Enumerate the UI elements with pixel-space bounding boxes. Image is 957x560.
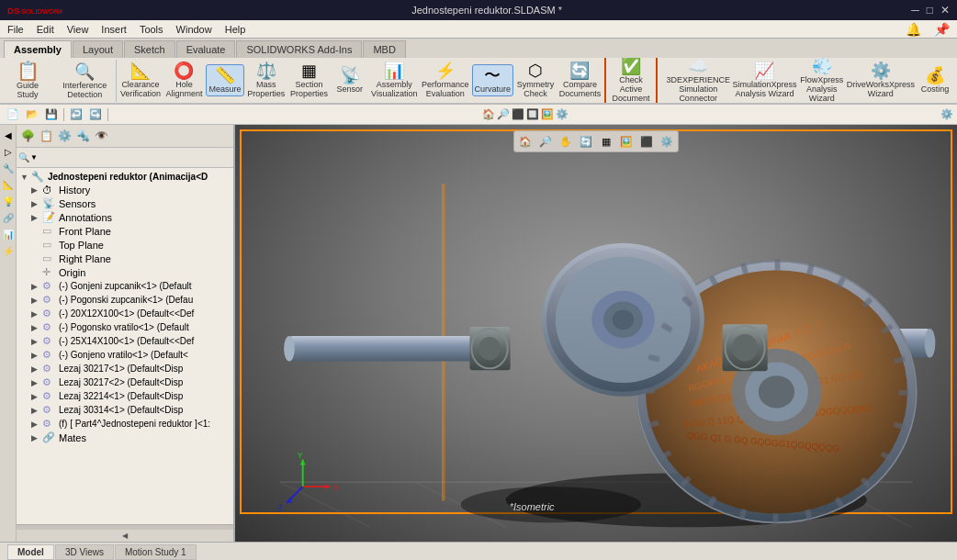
menu-insert[interactable]: Insert xyxy=(96,22,132,37)
tree-top-plane[interactable]: ▭ Top Plane xyxy=(18,238,231,252)
tree-gonjeni-zup[interactable]: ▶ ⚙ (-) Gonjeni zupcanik<1> (Default xyxy=(18,279,231,293)
strip-icon-3[interactable]: 🔧 xyxy=(1,161,16,175)
view-btn-3[interactable]: ⬛ xyxy=(512,108,524,120)
vt-render[interactable]: ⬛ xyxy=(637,133,656,150)
tree-right-plane[interactable]: ▭ Right Plane xyxy=(18,252,231,265)
btn-compare[interactable]: 🔄 CompareDocuments xyxy=(557,61,602,100)
view-btn-4[interactable]: 🔲 xyxy=(526,108,539,120)
strip-icon-7[interactable]: 📊 xyxy=(1,227,16,241)
expand-arrow[interactable]: ◀ xyxy=(122,532,128,540)
btn-costing[interactable]: 💰 Costing xyxy=(917,65,953,95)
document-title: Jednostepeni reduktor.SLDASM * xyxy=(411,5,562,16)
strip-icon-2[interactable]: ▷ xyxy=(1,144,16,159)
tab-sketch[interactable]: Sketch xyxy=(124,40,175,58)
view-btn-6[interactable]: ⚙️ xyxy=(556,108,569,120)
vt-zoom[interactable]: 🔎 xyxy=(536,133,555,150)
btn-guide-study[interactable]: 📋 Guide Study xyxy=(4,60,51,101)
tree-lezaj-32214[interactable]: ▶ ⚙ Lezaj 32214<1> (Default<Disp xyxy=(18,389,231,403)
tab-layout[interactable]: Layout xyxy=(73,40,123,58)
view-btn-1[interactable]: 🏠 xyxy=(482,108,495,120)
sidebar-icon-feature[interactable]: 🌳 xyxy=(18,127,37,145)
symmetry-icon: ⬡ xyxy=(528,62,543,79)
tab-model[interactable]: Model xyxy=(7,544,54,560)
strip-icon-1[interactable]: ◀ xyxy=(1,128,16,142)
tab-evaluate[interactable]: Evaluate xyxy=(176,40,236,58)
toolbar-undo[interactable]: ↩️ xyxy=(67,107,85,121)
tree-part4[interactable]: ▶ ⚙ (f) [ Part4^Jednostepeni reduktor ]<… xyxy=(18,417,231,431)
status-tab-group: Model 3D Views Motion Study 1 xyxy=(7,544,197,560)
toolbar-new[interactable]: 📄 xyxy=(4,107,22,121)
btn-assembly-viz[interactable]: 📊 AssemblyVisualization xyxy=(370,61,419,100)
tab-3dviews[interactable]: 3D Views xyxy=(55,544,114,560)
menu-help[interactable]: Help xyxy=(220,22,252,37)
tab-mbd[interactable]: MBD xyxy=(363,40,405,58)
btn-sensor[interactable]: 📡 Sensor xyxy=(332,65,368,95)
btn-driveworks[interactable]: ⚙️ DriveWorksXpressWizard xyxy=(847,61,915,100)
sidebar-icon-config[interactable]: ⚙️ xyxy=(55,127,73,145)
toolbar-open[interactable]: 📂 xyxy=(23,107,41,121)
tree-gonjeno-vr[interactable]: ▶ ⚙ (-) Gonjeno vratilo<1> (Default< xyxy=(18,348,231,362)
sidebar-filter-icon[interactable]: 🔍 xyxy=(18,152,29,162)
strip-icon-4[interactable]: 📐 xyxy=(1,177,16,192)
sidebar-filter-arrow[interactable]: ▼ xyxy=(30,153,38,162)
strip-icon-8[interactable]: ⚡ xyxy=(1,243,16,258)
toolbar-icon-1[interactable]: 🔔 xyxy=(900,20,927,39)
btn-flowxpress[interactable]: 💨 FlowXpressAnalysisWizard xyxy=(799,58,845,103)
menu-edit[interactable]: Edit xyxy=(31,22,60,37)
tree-lezaj-30217[interactable]: ▶ ⚙ Lezaj 30217<1> (Default<Disp xyxy=(18,362,231,375)
settings-icon[interactable]: ⚙️ xyxy=(940,108,953,120)
sidebar-icon-property[interactable]: 📋 xyxy=(37,127,55,145)
btn-simxpress[interactable]: 📈 SimulationXpressAnalysis Wizard xyxy=(732,61,797,100)
tree-front-plane[interactable]: ▭ Front Plane xyxy=(18,224,231,238)
view-btn-5[interactable]: 🖼️ xyxy=(541,108,554,120)
btn-section[interactable]: ▦ SectionProperties xyxy=(288,61,330,100)
tree-lezaj-30314[interactable]: ▶ ⚙ Lezaj 30314<1> (Default<Disp xyxy=(18,403,231,417)
sidebar-icon-row: 🌳 📋 ⚙️ 🔩 👁️ xyxy=(17,125,233,148)
btn-check-active[interactable]: ✅ Check ActiveDocument xyxy=(604,58,658,103)
vt-pan[interactable]: ✋ xyxy=(557,133,575,150)
tree-history[interactable]: ▶ ⏱ History xyxy=(18,184,231,196)
vt-settings[interactable]: ⚙️ xyxy=(658,133,676,150)
toolbar-redo[interactable]: ↪️ xyxy=(86,107,105,121)
btn-clearance[interactable]: 📐 ClearanceVerification xyxy=(118,61,162,100)
tab-addins[interactable]: SOLIDWORKS Add-Ins xyxy=(236,40,362,58)
tree-mates[interactable]: ▶ 🔗 Mates xyxy=(18,431,231,444)
tree-sensors[interactable]: ▶ 📡 Sensors xyxy=(18,196,231,210)
btn-symmetry[interactable]: ⬡ SymmetryCheck xyxy=(515,61,556,100)
tree-annotations[interactable]: ▶ 📝 Annotations xyxy=(18,210,231,224)
sep xyxy=(63,108,64,121)
vt-rotate[interactable]: 🔄 xyxy=(577,133,595,150)
window-controls[interactable]: ─□✕ xyxy=(911,4,950,17)
tree-25x14[interactable]: ▶ ⚙ (-) 25X14X100<1> (Default<<Def xyxy=(18,334,231,348)
btn-hole[interactable]: ⭕ HoleAlignment xyxy=(164,61,205,100)
menu-file[interactable]: File xyxy=(2,22,29,37)
menu-window[interactable]: Window xyxy=(171,22,218,37)
strip-icon-6[interactable]: 🔗 xyxy=(1,210,16,225)
toolbar-icon-2[interactable]: 📌 xyxy=(929,20,955,39)
tree-pogonsko-vr[interactable]: ▶ ⚙ (-) Pogonsko vratilo<1> (Default xyxy=(18,320,231,334)
tab-assembly[interactable]: Assembly xyxy=(4,40,72,58)
btn-3dexperience[interactable]: ☁️ 3DEXPERIENCESimulationConnector xyxy=(666,58,730,103)
menu-tools[interactable]: Tools xyxy=(134,22,169,37)
btn-performance[interactable]: ⚡ PerformanceEvaluation xyxy=(421,61,470,100)
3d-viewport[interactable]: AKADEMIANE I 3INML A G ·1· RGGKGGGQ RQQQ… xyxy=(235,125,957,542)
vt-display[interactable]: 🖼️ xyxy=(617,133,636,150)
tree-lezaj-30217-2[interactable]: ▶ ⚙ Lezaj 30217<2> (Default<Disp xyxy=(18,375,231,389)
tree-root[interactable]: ▼ 🔧 Jednostepeni reduktor (Animacija<D xyxy=(18,170,231,184)
tree-pogonski-zup[interactable]: ▶ ⚙ (-) Pogonski zupcanik<1> (Defau xyxy=(18,293,231,307)
menu-view[interactable]: View xyxy=(62,22,95,37)
tree-20x12[interactable]: ▶ ⚙ (-) 20X12X100<1> (Default<<Def xyxy=(18,307,231,320)
toolbar-save[interactable]: 💾 xyxy=(42,107,61,121)
tab-motion[interactable]: Motion Study 1 xyxy=(115,544,197,560)
btn-measure[interactable]: 📏 Measure xyxy=(206,64,243,96)
vt-home[interactable]: 🏠 xyxy=(516,133,535,150)
btn-interference[interactable]: 🔍 InterferenceDetection xyxy=(59,62,110,101)
vt-section[interactable]: ▦ xyxy=(597,133,615,150)
btn-mass[interactable]: ⚖️ MassProperties xyxy=(246,61,287,100)
sidebar-icon-cam[interactable]: 🔩 xyxy=(73,127,92,145)
btn-curvature[interactable]: 〜 Curvature xyxy=(472,64,513,96)
sidebar-icon-display[interactable]: 👁️ xyxy=(92,127,110,145)
strip-icon-5[interactable]: 💡 xyxy=(1,194,16,208)
tree-origin[interactable]: ✛ Origin xyxy=(18,265,231,279)
view-btn-2[interactable]: 🔎 xyxy=(497,108,510,120)
